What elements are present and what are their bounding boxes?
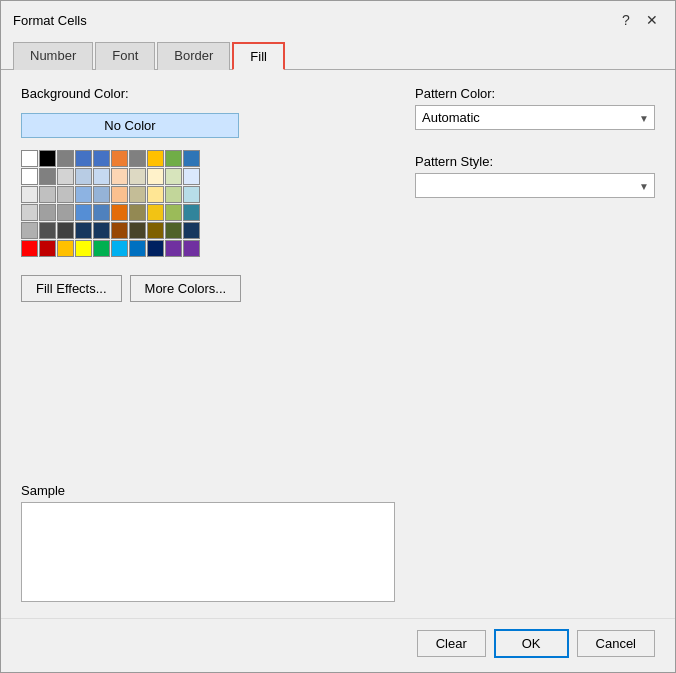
color-swatch-4-2[interactable] (57, 222, 74, 239)
color-swatch-3-2[interactable] (57, 204, 74, 221)
color-swatch-5-4[interactable] (93, 240, 110, 257)
color-swatch-1-0[interactable] (21, 168, 38, 185)
pattern-style-label: Pattern Style: (415, 154, 655, 169)
color-row-5 (21, 240, 395, 257)
color-swatch-1-7[interactable] (147, 168, 164, 185)
tab-border[interactable]: Border (157, 42, 230, 70)
color-swatch-4-3[interactable] (75, 222, 92, 239)
color-row-1 (21, 168, 395, 185)
color-swatch-3-8[interactable] (165, 204, 182, 221)
color-row-2 (21, 186, 395, 203)
color-swatch-0-2[interactable] (57, 150, 74, 167)
color-swatch-4-6[interactable] (129, 222, 146, 239)
color-swatch-3-7[interactable] (147, 204, 164, 221)
color-swatch-5-5[interactable] (111, 240, 128, 257)
color-swatch-3-4[interactable] (93, 204, 110, 221)
color-swatch-3-9[interactable] (183, 204, 200, 221)
color-swatch-2-8[interactable] (165, 186, 182, 203)
right-panel: Pattern Color: Automatic Pattern Style: (415, 86, 655, 602)
color-swatch-0-3[interactable] (75, 150, 92, 167)
color-swatch-2-9[interactable] (183, 186, 200, 203)
color-swatch-0-9[interactable] (183, 150, 200, 167)
pattern-color-section: Pattern Color: Automatic (415, 86, 655, 130)
color-swatch-0-4[interactable] (93, 150, 110, 167)
color-swatch-0-7[interactable] (147, 150, 164, 167)
color-swatch-0-0[interactable] (21, 150, 38, 167)
dialog-title: Format Cells (13, 13, 87, 28)
pattern-style-wrapper (415, 173, 655, 198)
color-swatch-5-9[interactable] (183, 240, 200, 257)
color-swatch-2-6[interactable] (129, 186, 146, 203)
sample-label: Sample (21, 483, 395, 498)
more-colors-button[interactable]: More Colors... (130, 275, 242, 302)
color-swatch-2-4[interactable] (93, 186, 110, 203)
color-swatch-5-3[interactable] (75, 240, 92, 257)
color-swatch-1-9[interactable] (183, 168, 200, 185)
color-grid (21, 150, 395, 257)
color-swatch-1-3[interactable] (75, 168, 92, 185)
color-swatch-5-2[interactable] (57, 240, 74, 257)
color-swatch-4-9[interactable] (183, 222, 200, 239)
color-swatch-4-1[interactable] (39, 222, 56, 239)
color-swatch-0-1[interactable] (39, 150, 56, 167)
background-color-label: Background Color: (21, 86, 395, 101)
color-swatch-5-1[interactable] (39, 240, 56, 257)
color-swatch-0-5[interactable] (111, 150, 128, 167)
title-bar: Format Cells ? ✕ (1, 1, 675, 35)
color-swatch-2-2[interactable] (57, 186, 74, 203)
left-panel: Background Color: No Color Fill Effects.… (21, 86, 395, 602)
color-swatch-1-4[interactable] (93, 168, 110, 185)
tab-font[interactable]: Font (95, 42, 155, 70)
cancel-button[interactable]: Cancel (577, 630, 655, 657)
color-swatch-3-5[interactable] (111, 204, 128, 221)
format-cells-dialog: Format Cells ? ✕ Number Font Border Fill… (0, 0, 676, 673)
pattern-style-section: Pattern Style: (415, 154, 655, 198)
color-swatch-1-1[interactable] (39, 168, 56, 185)
color-swatch-4-4[interactable] (93, 222, 110, 239)
tab-bar: Number Font Border Fill (1, 35, 675, 70)
color-swatch-3-1[interactable] (39, 204, 56, 221)
color-swatch-4-5[interactable] (111, 222, 128, 239)
color-swatch-2-0[interactable] (21, 186, 38, 203)
pattern-color-label: Pattern Color: (415, 86, 655, 101)
color-swatch-2-3[interactable] (75, 186, 92, 203)
bottom-buttons: Fill Effects... More Colors... (21, 275, 395, 302)
tab-number[interactable]: Number (13, 42, 93, 70)
color-swatch-5-6[interactable] (129, 240, 146, 257)
pattern-style-select[interactable] (415, 173, 655, 198)
footer: Clear OK Cancel (1, 618, 675, 672)
pattern-color-select[interactable]: Automatic (415, 105, 655, 130)
help-button[interactable]: ? (615, 9, 637, 31)
color-row-3 (21, 204, 395, 221)
color-swatch-5-0[interactable] (21, 240, 38, 257)
color-swatch-1-8[interactable] (165, 168, 182, 185)
color-swatch-4-7[interactable] (147, 222, 164, 239)
clear-button[interactable]: Clear (417, 630, 486, 657)
color-swatch-2-1[interactable] (39, 186, 56, 203)
color-swatch-5-8[interactable] (165, 240, 182, 257)
color-swatch-1-5[interactable] (111, 168, 128, 185)
sample-box (21, 502, 395, 602)
title-controls: ? ✕ (615, 9, 663, 31)
color-swatch-2-5[interactable] (111, 186, 128, 203)
color-swatch-3-0[interactable] (21, 204, 38, 221)
color-swatch-0-6[interactable] (129, 150, 146, 167)
tab-fill[interactable]: Fill (232, 42, 285, 70)
no-color-button[interactable]: No Color (21, 113, 239, 138)
main-area: Background Color: No Color Fill Effects.… (21, 86, 655, 602)
color-swatch-1-6[interactable] (129, 168, 146, 185)
color-swatch-2-7[interactable] (147, 186, 164, 203)
ok-button[interactable]: OK (494, 629, 569, 658)
close-button[interactable]: ✕ (641, 9, 663, 31)
color-row-0 (21, 150, 395, 167)
color-swatch-4-8[interactable] (165, 222, 182, 239)
fill-effects-button[interactable]: Fill Effects... (21, 275, 122, 302)
color-swatch-1-2[interactable] (57, 168, 74, 185)
tab-content: Background Color: No Color Fill Effects.… (1, 70, 675, 618)
color-swatch-3-3[interactable] (75, 204, 92, 221)
color-swatch-3-6[interactable] (129, 204, 146, 221)
color-swatch-5-7[interactable] (147, 240, 164, 257)
pattern-color-wrapper: Automatic (415, 105, 655, 130)
color-swatch-0-8[interactable] (165, 150, 182, 167)
color-swatch-4-0[interactable] (21, 222, 38, 239)
